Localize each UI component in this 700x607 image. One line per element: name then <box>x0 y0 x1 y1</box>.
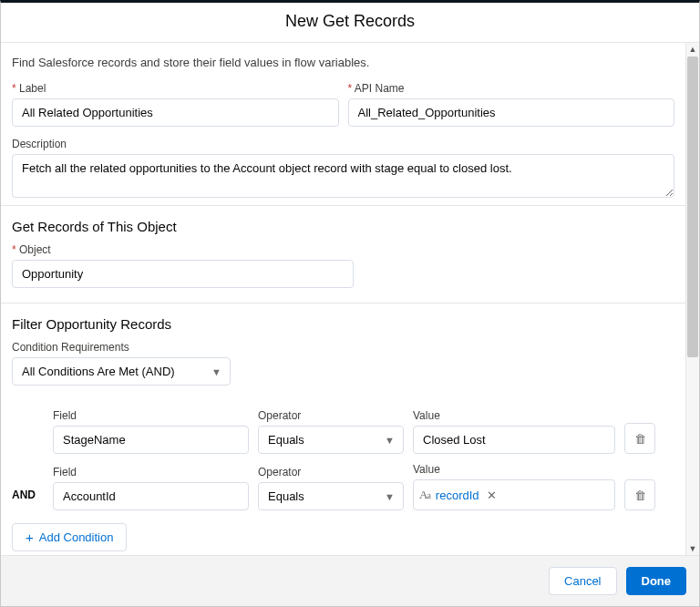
condition-value-resource[interactable]: Aa recordId ✕ <box>413 479 615 510</box>
remove-pill-icon[interactable]: ✕ <box>487 489 497 502</box>
trash-icon: 🗑 <box>634 489 646 502</box>
object-input[interactable] <box>12 260 354 288</box>
scroll-thumb[interactable] <box>687 57 698 357</box>
add-condition-label: Add Condition <box>39 530 114 544</box>
intro-text: Find Salesforce records and store their … <box>12 56 674 69</box>
modal-content: Find Salesforce records and store their … <box>1 43 685 555</box>
condition-req-select[interactable]: All Conditions Are Met (AND) <box>12 357 231 386</box>
plus-icon: + <box>26 530 34 544</box>
value-header: Value <box>413 463 615 476</box>
condition-field-input[interactable] <box>53 482 249 510</box>
modal-header: New Get Records <box>1 3 699 43</box>
operator-header: Operator <box>258 409 404 422</box>
object-label: Object <box>12 243 674 256</box>
resource-pill-text: recordId <box>436 489 479 502</box>
description-label: Description <box>12 138 674 150</box>
operator-header: Operator <box>258 466 404 478</box>
done-button[interactable]: Done <box>626 567 687 595</box>
filter-section-title: Filter Opportunity Records <box>1 304 685 341</box>
condition-row: AND Field Operator Equals ▼ Value <box>12 463 674 510</box>
label-input[interactable] <box>12 98 339 127</box>
text-aa-icon: Aa <box>419 488 430 502</box>
modal-footer: Cancel Done <box>1 555 699 606</box>
field-header: Field <box>53 466 249 478</box>
cancel-button[interactable]: Cancel <box>549 567 616 595</box>
add-condition-button[interactable]: + Add Condition <box>12 523 127 551</box>
modal-new-get-records: New Get Records Find Salesforce records … <box>0 0 700 607</box>
condition-row: Field Operator Equals ▼ Value <box>12 409 674 454</box>
condition-operator-select[interactable]: Equals <box>258 426 404 454</box>
delete-condition-button[interactable]: 🗑 <box>624 423 655 454</box>
field-header: Field <box>53 409 249 422</box>
scroll-up-arrow-icon[interactable]: ▲ <box>686 43 699 56</box>
label-field-label: Label <box>12 82 339 95</box>
condition-value-input[interactable] <box>413 426 615 454</box>
delete-condition-button[interactable]: 🗑 <box>624 479 655 510</box>
vertical-scrollbar[interactable]: ▲ ▼ <box>685 43 699 555</box>
modal-title: New Get Records <box>1 12 699 31</box>
condition-operator-select[interactable]: Equals <box>258 482 404 510</box>
condition-field-input[interactable] <box>53 426 249 454</box>
scroll-down-arrow-icon[interactable]: ▼ <box>686 542 699 555</box>
api-name-input[interactable] <box>348 98 675 127</box>
condition-prefix <box>12 423 44 454</box>
value-header: Value <box>413 409 615 422</box>
condition-req-label: Condition Requirements <box>12 341 674 354</box>
description-input[interactable]: Fetch all the related opportunities to t… <box>12 154 674 198</box>
object-section-title: Get Records of This Object <box>1 206 685 243</box>
trash-icon: 🗑 <box>634 432 646 446</box>
api-name-label: API Name <box>348 82 675 95</box>
condition-prefix: AND <box>12 479 44 510</box>
